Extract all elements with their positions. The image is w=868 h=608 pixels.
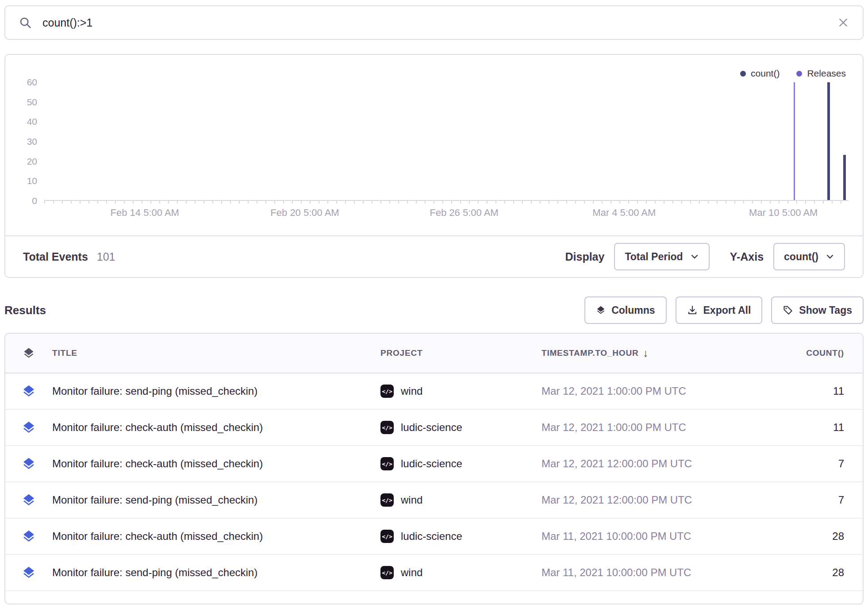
row-count: 28	[721, 566, 863, 579]
display-select-value: Total Period	[625, 251, 683, 263]
count-series-dot-icon	[740, 71, 746, 77]
row-project: </> ludic-science	[376, 530, 536, 543]
search-input[interactable]	[42, 16, 837, 29]
clear-search-icon[interactable]	[837, 16, 849, 29]
table-row[interactable]: Monitor failure: send-ping (missed_check…	[5, 555, 863, 591]
project-name: wind	[401, 385, 422, 397]
project-platform-icon: </>	[380, 457, 394, 470]
column-header-project[interactable]: PROJECT	[376, 348, 536, 358]
row-count: 11	[721, 385, 863, 397]
chart-y-axis: 0102030405060	[5, 82, 37, 201]
legend-label-releases: Releases	[807, 68, 846, 79]
column-header-timestamp-label: TIMESTAMP.TO_HOUR	[542, 348, 638, 358]
table-row[interactable]: Monitor failure: check-auth (missed_chec…	[5, 519, 863, 555]
show-tags-button-label: Show Tags	[799, 304, 852, 316]
row-count: 11	[721, 421, 863, 434]
search-bar[interactable]	[4, 5, 864, 40]
project-name: ludic-science	[401, 458, 462, 470]
x-axis-tick-label: Mar 10 5:00 AM	[749, 207, 818, 219]
row-title[interactable]: Monitor failure: check-auth (missed_chec…	[52, 530, 376, 543]
export-all-button[interactable]: Export All	[676, 296, 763, 324]
y-axis-tick-label: 30	[5, 136, 37, 147]
row-timestamp: Mar 12, 2021 12:00:00 PM UTC	[536, 458, 721, 470]
display-select[interactable]: Total Period	[614, 243, 709, 270]
stack-column-header-icon	[5, 347, 52, 359]
row-stack-icon	[5, 420, 52, 435]
row-timestamp: Mar 12, 2021 1:00:00 PM UTC	[536, 385, 721, 397]
y-axis-tick-label: 20	[5, 156, 37, 167]
table-row[interactable]: Monitor failure: check-auth (missed_chec…	[5, 446, 863, 482]
row-timestamp: Mar 11, 2021 10:00:00 PM UTC	[536, 530, 721, 543]
download-icon	[687, 305, 698, 316]
sort-descending-icon: ↓	[643, 347, 649, 359]
project-name: ludic-science	[401, 530, 462, 543]
row-stack-icon	[5, 384, 52, 398]
columns-button-label: Columns	[611, 304, 655, 316]
row-timestamp: Mar 12, 2021 12:00:00 PM UTC	[536, 494, 721, 506]
count-spike-bar	[843, 155, 846, 200]
project-name: ludic-science	[401, 421, 462, 434]
x-axis-tick-label: Mar 4 5:00 AM	[592, 207, 656, 219]
table-row[interactable]: Monitor failure: send-ping (missed_check…	[5, 373, 863, 410]
y-axis-label: Y-Axis	[730, 250, 764, 263]
layers-icon	[596, 305, 606, 315]
row-stack-icon	[5, 457, 52, 471]
table-row[interactable]: Monitor failure: send-ping (missed_check…	[5, 482, 863, 519]
search-icon	[19, 16, 32, 29]
release-marker-line	[794, 82, 795, 200]
y-axis-tick-label: 10	[5, 176, 37, 186]
row-project: </> wind	[376, 493, 536, 507]
row-title[interactable]: Monitor failure: send-ping (missed_check…	[52, 494, 376, 506]
row-stack-icon	[5, 493, 52, 507]
project-name: wind	[401, 566, 422, 579]
table-row[interactable]: Monitor failure: check-auth (missed_chec…	[5, 410, 863, 446]
legend-item-count[interactable]: count()	[740, 68, 780, 79]
row-title[interactable]: Monitor failure: send-ping (missed_check…	[52, 566, 376, 579]
column-header-title[interactable]: TITLE	[52, 348, 376, 358]
row-stack-icon	[5, 566, 52, 580]
x-axis-tick-label: Feb 26 5:00 AM	[430, 207, 498, 219]
row-stack-icon	[5, 529, 52, 543]
project-platform-icon: </>	[380, 385, 394, 398]
row-project: </> ludic-science	[376, 457, 536, 470]
chevron-down-icon	[690, 252, 699, 261]
y-axis-select[interactable]: count()	[773, 243, 845, 270]
results-table: TITLE PROJECT TIMESTAMP.TO_HOUR ↓ COUNT(…	[4, 333, 864, 604]
show-tags-button[interactable]: Show Tags	[771, 296, 864, 324]
total-events-value: 101	[97, 250, 115, 263]
project-platform-icon: </>	[380, 493, 394, 507]
row-project: </> ludic-science	[376, 421, 536, 434]
export-all-button-label: Export All	[703, 304, 751, 316]
y-axis-tick-label: 60	[5, 77, 37, 88]
chevron-down-icon	[826, 252, 834, 261]
row-project: </> wind	[376, 385, 536, 398]
column-header-count[interactable]: COUNT()	[721, 348, 863, 358]
row-title[interactable]: Monitor failure: send-ping (missed_check…	[52, 385, 376, 397]
results-header-row: Results Columns Export All Show Tags	[4, 296, 864, 325]
x-axis-tick-label: Feb 20 5:00 AM	[270, 207, 339, 219]
y-axis-tick-label: 0	[5, 196, 37, 206]
display-label: Display	[565, 250, 605, 263]
columns-button[interactable]: Columns	[584, 296, 666, 324]
x-axis-tick-label: Feb 14 5:00 AM	[111, 207, 179, 219]
chart-panel: count() Releases 0102030405060 Feb 14 5:…	[4, 54, 864, 278]
project-platform-icon: </>	[380, 566, 394, 579]
row-count: 7	[721, 494, 863, 506]
row-timestamp: Mar 11, 2021 10:00:00 PM UTC	[536, 566, 721, 579]
project-platform-icon: </>	[380, 421, 394, 434]
project-name: wind	[401, 494, 422, 506]
releases-series-dot-icon	[796, 71, 802, 77]
chart-x-axis: Feb 14 5:00 AMFeb 20 5:00 AMFeb 26 5:00 …	[44, 207, 849, 222]
chart-plot-area	[44, 82, 849, 201]
row-title[interactable]: Monitor failure: check-auth (missed_chec…	[52, 421, 376, 434]
chart-legend: count() Releases	[740, 68, 846, 79]
legend-item-releases[interactable]: Releases	[796, 68, 846, 79]
row-count: 7	[721, 458, 863, 470]
count-spike-bar	[827, 82, 830, 200]
project-platform-icon: </>	[380, 530, 394, 543]
row-timestamp: Mar 12, 2021 1:00:00 PM UTC	[536, 421, 721, 434]
column-header-timestamp[interactable]: TIMESTAMP.TO_HOUR ↓	[536, 347, 721, 359]
row-count: 28	[721, 530, 863, 543]
y-axis-tick-label: 40	[5, 116, 37, 127]
row-title[interactable]: Monitor failure: check-auth (missed_chec…	[52, 458, 376, 470]
